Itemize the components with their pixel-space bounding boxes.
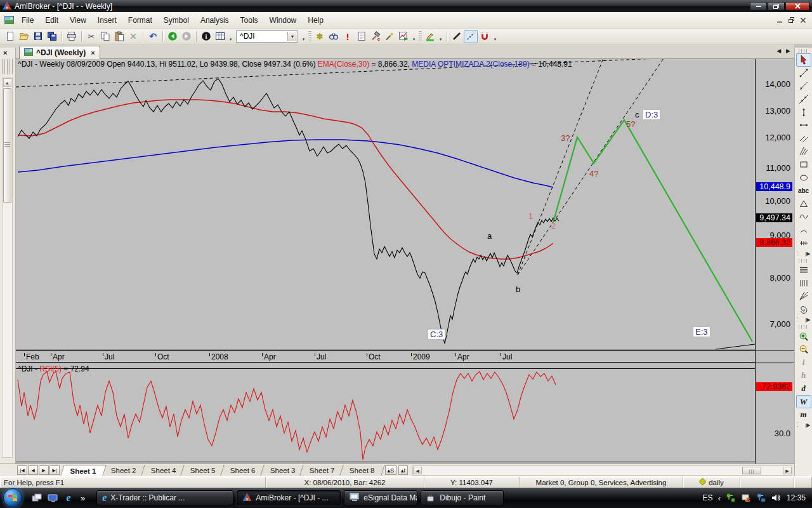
chart-export-button[interactable] <box>396 30 410 43</box>
quote-editor-button[interactable] <box>213 30 227 43</box>
binoculars-button[interactable] <box>327 30 341 43</box>
symbol-combobox[interactable]: ^DJI▼ <box>236 30 298 43</box>
hscroll-left-icon[interactable]: ◀ <box>413 467 422 474</box>
menu-edit[interactable]: Edit <box>39 13 64 28</box>
rectangle-tool-button[interactable] <box>796 158 811 171</box>
regression-wave-tool-button[interactable] <box>796 210 811 224</box>
menu-view[interactable]: View <box>64 13 92 28</box>
sheet-extra-button-2[interactable]: ▴I <box>398 465 408 475</box>
scroll-up-icon[interactable]: ▲ <box>3 78 11 87</box>
magnet-button[interactable] <box>478 30 492 43</box>
menu-format[interactable]: Format <box>122 13 158 28</box>
time-lines-tool-button[interactable] <box>796 277 811 290</box>
tab-scroll-left-icon[interactable]: ◀ <box>776 48 781 54</box>
toolbar-expand-icon[interactable]: |▶ <box>805 317 810 323</box>
trend-segment-tool-button[interactable] <box>796 67 811 80</box>
delete-button[interactable]: ✕ <box>126 30 140 43</box>
dock-close-icon[interactable]: × <box>3 49 7 57</box>
mdi-restore-button[interactable] <box>789 17 794 23</box>
taskbar-task-4[interactable]: Dibujo - Paint <box>421 490 504 505</box>
sheet-tab-sheet-3[interactable]: Sheet 3 <box>260 465 305 476</box>
sheet-tab-sheet-2[interactable]: Sheet 2 <box>101 465 146 476</box>
print-button[interactable] <box>65 30 79 43</box>
network-activity-icon[interactable] <box>726 493 736 503</box>
sheet-extra-button-1[interactable]: ▴S <box>385 465 397 475</box>
spiral-tool-button[interactable] <box>796 303 811 316</box>
hscroll-thumb[interactable]: ||| <box>742 467 761 474</box>
tab-close-icon[interactable]: × <box>91 49 95 57</box>
vertical-scrollbar[interactable]: ▲ <box>2 77 13 458</box>
auto-analysis-button[interactable]: c <box>369 30 383 43</box>
tray-collapse-icon[interactable]: ‹ <box>718 493 721 503</box>
volume-icon[interactable] <box>771 493 782 503</box>
fib-levels-tool-button[interactable] <box>796 264 811 277</box>
alert-icon[interactable] <box>741 493 751 503</box>
menu-symbol[interactable]: Symbol <box>158 13 195 28</box>
minimize-button[interactable] <box>750 2 767 11</box>
sheet-tab-sheet-6[interactable]: Sheet 6 <box>220 465 265 476</box>
nav-back-button[interactable] <box>166 30 180 43</box>
menu-tools[interactable]: Tools <box>235 13 264 28</box>
horizontal-scrollbar[interactable]: ◀|||▶ <box>412 465 792 476</box>
info-button[interactable]: i <box>199 30 213 43</box>
menu-window[interactable]: Window <box>264 13 303 28</box>
taskbar-task-1[interactable]: eX-Trader :: Publicar ... <box>96 490 233 505</box>
interval-day-button[interactable]: d <box>796 382 811 396</box>
start-button[interactable] <box>3 488 22 507</box>
copy-button[interactable] <box>98 30 112 43</box>
toolbar-grip[interactable] <box>419 31 422 42</box>
chart-panel[interactable]: ^DJI - Weekly 08/09/2009 Open 9440.13, H… <box>16 59 755 464</box>
combobox-dropdown-icon[interactable]: ▼ <box>287 32 297 41</box>
toolbar-overflow-icon[interactable]: ▾ <box>300 30 307 43</box>
explore-button[interactable]: ! <box>341 30 355 43</box>
undo-button[interactable]: ↶ <box>146 30 160 43</box>
menu-analysis[interactable]: Analysis <box>195 13 235 28</box>
close-button[interactable] <box>785 2 809 11</box>
arc-tool-button[interactable] <box>796 224 811 237</box>
taskbar-task-3[interactable]: eSignal Data Manager <box>344 490 417 505</box>
tab-scroll-right-icon[interactable]: ▶ <box>786 48 790 54</box>
interval-week-button[interactable]: W <box>796 395 811 408</box>
sheet-tab-sheet-8[interactable]: Sheet 8 <box>339 465 384 476</box>
ellipse-tool-button[interactable] <box>796 171 811 184</box>
sheet-tab-sheet-5[interactable]: Sheet 5 <box>180 465 225 476</box>
sheet-nav-prev-button[interactable]: ◀ <box>28 465 38 475</box>
sheet-nav-next-button[interactable]: ▶ <box>39 465 49 475</box>
triangle-tool-button[interactable] <box>796 197 811 211</box>
formula-editor-button[interactable] <box>355 30 369 43</box>
pitchfork-tool-button[interactable] <box>796 145 811 158</box>
mdi-close-button[interactable] <box>801 18 806 23</box>
toolbar-overflow-icon[interactable]: ▾ <box>492 30 499 43</box>
taskbar-task-2[interactable]: AmiBroker - [^DJI - ... <box>237 490 341 505</box>
vertical-line-tool-button[interactable] <box>796 105 811 119</box>
parallel-lines-tool-button[interactable] <box>796 132 811 145</box>
toolbar-expand-icon[interactable]: |▶ <box>805 422 810 428</box>
scrollbar-thumb[interactable] <box>3 88 11 203</box>
text-abc-tool-button[interactable]: abc <box>796 184 811 197</box>
open-button[interactable] <box>17 30 31 43</box>
save-button[interactable] <box>31 30 45 43</box>
toolbar-expand-icon[interactable]: |▶ <box>805 251 810 257</box>
menu-insert[interactable]: Insert <box>92 13 122 28</box>
toolbar-collapse-icon[interactable]: ⁚ <box>797 251 799 257</box>
sheet-nav-last-button[interactable]: ▶| <box>49 465 60 475</box>
mdi-minimize-button[interactable] <box>777 18 782 23</box>
dock-grip[interactable] <box>2 59 13 74</box>
toolbar-grip[interactable] <box>308 31 311 42</box>
gann-fan-tool-button[interactable] <box>796 290 811 303</box>
sheet-tab-sheet-1[interactable]: Sheet 1 <box>60 465 106 476</box>
internet-explorer-icon[interactable]: e <box>63 492 74 504</box>
sheet-nav-first-button[interactable]: |◀ <box>17 465 27 475</box>
toolbar-overflow-icon[interactable]: ▾ <box>410 30 417 43</box>
network-icon[interactable] <box>756 493 766 503</box>
toolbar-grip[interactable] <box>799 259 809 263</box>
interval-hour-button[interactable]: h <box>796 369 811 382</box>
toolbar-collapse-icon[interactable]: ⁚ <box>797 317 799 323</box>
toolbar-overflow-icon[interactable]: ▾ <box>227 30 234 43</box>
extended-line-tool-button[interactable] <box>796 93 811 106</box>
line-study-button[interactable] <box>450 30 464 43</box>
tab-dji-weekly[interactable]: ^DJI (Weekly) × <box>19 46 100 59</box>
pencil-dropdown-icon[interactable]: ▾ <box>437 30 444 43</box>
horizontal-segment-tool-button[interactable] <box>796 119 811 132</box>
paste-button[interactable] <box>112 30 126 43</box>
